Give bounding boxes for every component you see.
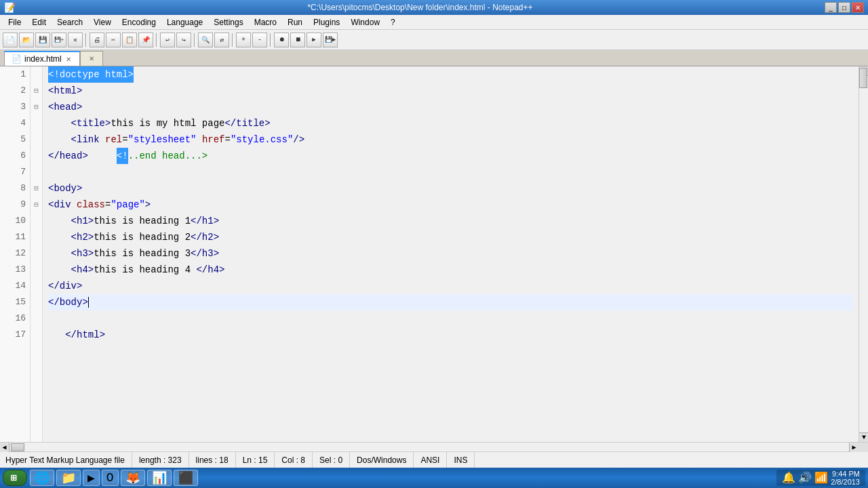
code-line-6: </head> <!..end head...> bbox=[48, 148, 853, 164]
collapse-12 bbox=[31, 245, 42, 262]
collapse-8[interactable]: ⊟ bbox=[31, 180, 42, 197]
scroll-left-button[interactable]: ◀ bbox=[0, 443, 9, 452]
tab-label-index: index.html bbox=[24, 54, 62, 64]
tab-close-index[interactable]: ✕ bbox=[64, 56, 73, 63]
collapse-3[interactable]: ⊟ bbox=[31, 99, 42, 115]
line-num-5: 5 bbox=[0, 131, 26, 148]
paste-button[interactable]: 📌 bbox=[138, 33, 153, 47]
copy-button[interactable]: 📋 bbox=[122, 33, 137, 47]
open-button[interactable]: 📂 bbox=[19, 33, 34, 47]
macro-play-button[interactable]: ▶ bbox=[307, 33, 321, 47]
taskbar-app-term[interactable]: ⬛ bbox=[174, 470, 198, 486]
code-line-4: <title>this is my html page</title> bbox=[48, 115, 853, 131]
line-num-15: 15 bbox=[0, 294, 26, 310]
code-line-2: <html> bbox=[48, 83, 853, 99]
code-line-1: <!doctype html> bbox=[48, 66, 853, 83]
macro-save-button[interactable]: 💾▶ bbox=[323, 33, 338, 47]
replace-button[interactable]: ⇄ bbox=[214, 33, 229, 47]
code-line-7 bbox=[48, 164, 853, 180]
collapse-14 bbox=[31, 278, 42, 294]
scrollbar-thumb[interactable] bbox=[859, 68, 867, 88]
find-button[interactable]: 🔍 bbox=[198, 33, 213, 47]
menu-bar: File Edit Search View Encoding Language … bbox=[0, 15, 868, 30]
macro-stop-button[interactable]: ⏹ bbox=[290, 33, 305, 47]
code-line-5: <link rel="stylesheet" href="style.css"/… bbox=[48, 131, 853, 148]
collapse-column: ⊟ ⊟ ⊟ ⊟ bbox=[31, 66, 43, 442]
taskbar-apps: 🌐 📁 ▶ O 🦊 📊 ⬛ bbox=[30, 470, 774, 486]
title-bar: 📝 *C:\Users\pitocms\Desktop\New folder\i… bbox=[0, 0, 868, 15]
zoom-out-button[interactable]: - bbox=[252, 33, 267, 47]
menu-language[interactable]: Language bbox=[161, 16, 208, 28]
redo-button[interactable]: ↪ bbox=[176, 33, 191, 47]
tab-index-html[interactable]: 📄 index.html ✕ bbox=[4, 51, 80, 66]
status-col: Col : 8 bbox=[275, 452, 313, 468]
scrollbar-horizontal[interactable]: ◀ ▶ bbox=[0, 442, 868, 451]
line-num-1: 1 bbox=[0, 66, 26, 83]
code-editor[interactable]: <!doctype html> <html> <head> <title>thi… bbox=[43, 66, 859, 442]
taskbar-app-media[interactable]: ▶ bbox=[83, 470, 100, 486]
taskbar-app-misc[interactable]: 📊 bbox=[147, 470, 172, 486]
line-num-16: 16 bbox=[0, 310, 26, 327]
menu-window[interactable]: Window bbox=[345, 16, 385, 28]
new-button[interactable]: 📄 bbox=[3, 33, 18, 47]
menu-edit[interactable]: Edit bbox=[26, 16, 52, 28]
scrollbar-x-thumb[interactable] bbox=[11, 443, 24, 451]
code-line-12: <h3>this is heading 3</h3> bbox=[48, 245, 853, 262]
menu-settings[interactable]: Settings bbox=[208, 16, 248, 28]
code-line-14: </div> bbox=[48, 278, 853, 294]
macro-record-button[interactable]: ⏺ bbox=[274, 33, 289, 47]
menu-help[interactable]: ? bbox=[385, 16, 401, 28]
menu-macro[interactable]: Macro bbox=[249, 16, 282, 28]
taskbar-app-folder[interactable]: 📁 bbox=[56, 470, 81, 486]
status-lines: lines : 18 bbox=[189, 452, 236, 468]
undo-button[interactable]: ↩ bbox=[160, 33, 175, 47]
menu-encoding[interactable]: Encoding bbox=[117, 16, 161, 28]
collapse-9[interactable]: ⊟ bbox=[31, 197, 42, 213]
scroll-right-button[interactable]: ▶ bbox=[849, 443, 859, 452]
close-button[interactable]: ✕ bbox=[852, 2, 864, 13]
tab-close-second[interactable]: ✕ bbox=[87, 55, 96, 62]
line-num-14: 14 bbox=[0, 278, 26, 294]
taskbar-app-opera[interactable]: O bbox=[102, 470, 119, 486]
code-line-17: </html> bbox=[48, 327, 853, 343]
window-controls[interactable]: _ □ ✕ bbox=[825, 2, 864, 13]
window-title: *C:\Users\pitocms\Desktop\New folder\ind… bbox=[16, 3, 825, 12]
collapse-7 bbox=[31, 164, 42, 180]
tray-icon-3: 📶 bbox=[814, 471, 828, 485]
code-line-13: <h4>this is heading 4 </h4> bbox=[48, 262, 853, 278]
menu-run[interactable]: Run bbox=[282, 16, 308, 28]
status-sel: Sel : 0 bbox=[313, 452, 350, 468]
tab-second[interactable]: ✕ bbox=[80, 51, 103, 66]
status-lineending: Dos/Windows bbox=[350, 452, 414, 468]
scrollbar-vertical[interactable]: ▲ ▼ bbox=[859, 66, 868, 442]
save-button[interactable]: 💾 bbox=[35, 33, 50, 47]
print-button[interactable]: 🖨 bbox=[90, 33, 104, 47]
zoom-in-button[interactable]: + bbox=[236, 33, 251, 47]
menu-view[interactable]: View bbox=[88, 16, 117, 28]
separator-3 bbox=[194, 33, 195, 47]
status-encoding: ANSI bbox=[414, 452, 447, 468]
taskbar: ⊞ 🌐 📁 ▶ O 🦊 📊 ⬛ 🔔 🔊 📶 9:44 PM 2/8/2013 bbox=[0, 468, 868, 488]
menu-search[interactable]: Search bbox=[52, 16, 88, 28]
status-filetype: Hyper Text Markup Language file bbox=[5, 452, 132, 468]
system-clock: 9:44 PM 2/8/2013 bbox=[831, 470, 860, 486]
collapse-11 bbox=[31, 229, 42, 245]
taskbar-app-ie[interactable]: 🌐 bbox=[30, 470, 54, 486]
menu-file[interactable]: File bbox=[3, 16, 26, 28]
maximize-button[interactable]: □ bbox=[838, 2, 850, 13]
cut-button[interactable]: ✂ bbox=[106, 33, 121, 47]
status-ln: Ln : 15 bbox=[236, 452, 275, 468]
line-num-6: 6 bbox=[0, 148, 26, 164]
menu-plugins[interactable]: Plugins bbox=[308, 16, 345, 28]
scroll-down-button[interactable]: ▼ bbox=[859, 432, 868, 442]
close-doc-button[interactable]: ✕ bbox=[68, 33, 83, 47]
taskbar-app-firefox[interactable]: 🦊 bbox=[121, 470, 145, 486]
status-bar: Hyper Text Markup Language file length :… bbox=[0, 451, 868, 468]
code-line-9: <div class="page"> bbox=[48, 197, 853, 213]
save-all-button[interactable]: 💾+ bbox=[52, 33, 66, 47]
minimize-button[interactable]: _ bbox=[825, 2, 837, 13]
start-button[interactable]: ⊞ bbox=[3, 470, 27, 486]
status-mode: INS bbox=[447, 452, 475, 468]
collapse-2[interactable]: ⊟ bbox=[31, 83, 42, 99]
separator-4 bbox=[232, 33, 233, 47]
